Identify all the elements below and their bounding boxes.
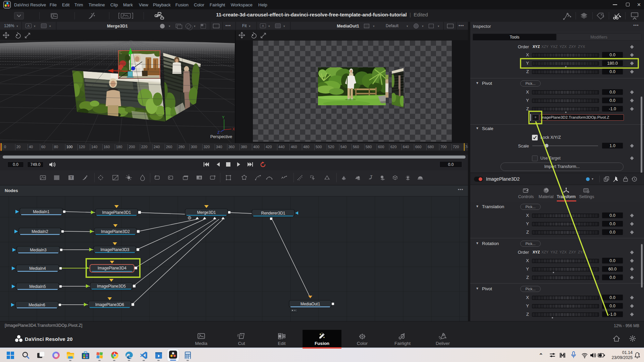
svg-text:MediaIn1: MediaIn1 xyxy=(33,209,50,214)
svg-text:Renderer3D1: Renderer3D1 xyxy=(261,211,285,216)
svg-text:MediaIn6: MediaIn6 xyxy=(29,303,45,307)
svg-text:MediaIn3: MediaIn3 xyxy=(30,248,47,252)
svg-text:Merge3D1: Merge3D1 xyxy=(197,210,216,215)
svg-text:ImagePlane3D4: ImagePlane3D4 xyxy=(98,266,126,270)
svg-text:MediaIn4: MediaIn4 xyxy=(29,266,46,271)
svg-text:ImagePlane3D6: ImagePlane3D6 xyxy=(95,302,124,307)
svg-text:ImagePlane3D3: ImagePlane3D3 xyxy=(100,247,129,252)
svg-text:Perspective: Perspective xyxy=(210,134,232,139)
svg-text:Z: Z xyxy=(217,130,220,134)
svg-text:MediaIn5: MediaIn5 xyxy=(29,284,46,289)
svg-text:MediaIn2: MediaIn2 xyxy=(32,229,48,234)
svg-text:T: T xyxy=(370,175,373,179)
svg-text:ImagePlane3D1: ImagePlane3D1 xyxy=(102,210,131,215)
svg-text:T: T xyxy=(70,176,72,180)
svg-text:z: z xyxy=(638,352,640,355)
svg-text:MediaOut1: MediaOut1 xyxy=(301,302,320,306)
svg-text:Y: Y xyxy=(222,115,225,119)
svg-text:ImagePlane3D5: ImagePlane3D5 xyxy=(97,284,126,289)
svg-text:ImagePlane3D2: ImagePlane3D2 xyxy=(101,229,130,234)
